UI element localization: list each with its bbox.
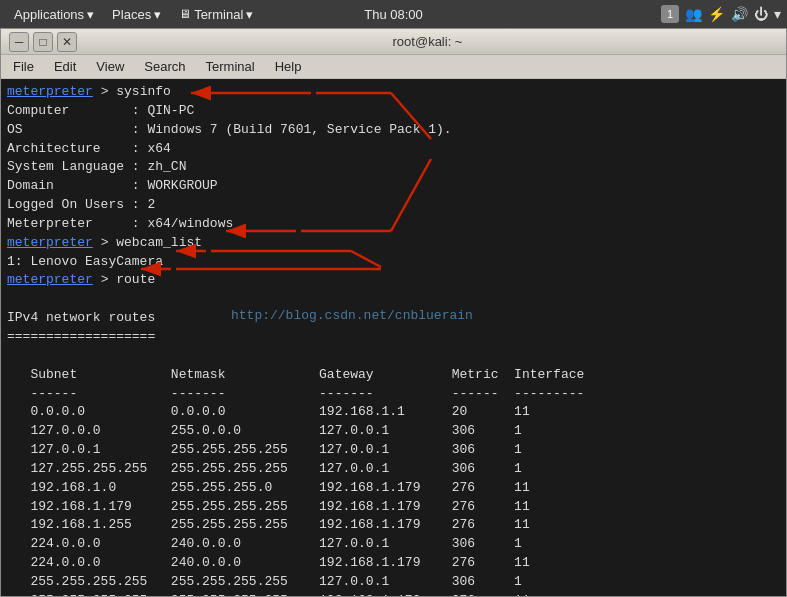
terminal-arrow: ▾	[246, 7, 253, 22]
places-label: Places	[112, 7, 151, 22]
meterp-line: Meterpreter : x64/windows	[7, 216, 233, 231]
menu-help[interactable]: Help	[267, 57, 310, 76]
col-headers: Subnet Netmask Gateway Metric Interface …	[7, 367, 584, 596]
loggedon-line: Logged On Users : 2	[7, 197, 155, 212]
close-button[interactable]: ✕	[57, 32, 77, 52]
power-arrow: ▾	[774, 6, 781, 22]
volume-icon: 🔊	[731, 6, 748, 22]
computer-line: Computer : QIN-PC	[7, 103, 194, 118]
prompt-1: meterpreter	[7, 84, 93, 99]
os-line: OS : Windows 7 (Build 7601, Service Pack…	[7, 122, 452, 137]
power-icon: ⏻	[754, 6, 768, 22]
window-title: root@kali: ~	[77, 34, 778, 49]
bluetooth-icon: ⚡	[708, 6, 725, 22]
menu-search[interactable]: Search	[136, 57, 193, 76]
system-topbar: Applications ▾ Places ▾ 🖥 Terminal ▾ Thu…	[0, 0, 787, 28]
terminal-window: ─ □ ✕ root@kali: ~ File Edit View Search…	[0, 28, 787, 597]
topbar-datetime: Thu 08:00	[364, 7, 423, 22]
applications-menu[interactable]: Applications ▾	[6, 5, 102, 24]
webcam-result: 1: Lenovo EasyCamera	[7, 254, 163, 269]
title-bar: ─ □ ✕ root@kali: ~	[1, 29, 786, 55]
places-menu[interactable]: Places ▾	[104, 5, 169, 24]
workspace-badge[interactable]: 1	[661, 5, 679, 23]
terminal-label: Terminal	[194, 7, 243, 22]
people-icon: 👥	[685, 6, 702, 22]
minimize-button[interactable]: ─	[9, 32, 29, 52]
maximize-button[interactable]: □	[33, 32, 53, 52]
menu-terminal[interactable]: Terminal	[198, 57, 263, 76]
domain-line: Domain : WORKGROUP	[7, 178, 218, 193]
terminal-output: meterpreter > sysinfo Computer : QIN-PC …	[7, 83, 780, 596]
places-arrow: ▾	[154, 7, 161, 22]
window-controls: ─ □ ✕	[9, 32, 77, 52]
arch-line: Architecture : x64	[7, 141, 171, 156]
terminal-menu[interactable]: 🖥 Terminal ▾	[171, 5, 261, 24]
syslan-line: System Language : zh_CN	[7, 159, 186, 174]
applications-arrow: ▾	[87, 7, 94, 22]
terminal-content[interactable]: meterpreter > sysinfo Computer : QIN-PC …	[1, 79, 786, 596]
ipv4-header: IPv4 network routes ===================	[7, 310, 155, 344]
terminal-content-wrapper: meterpreter > sysinfo Computer : QIN-PC …	[1, 79, 786, 596]
topbar-right: 1 👥 ⚡ 🔊 ⏻ ▾	[661, 5, 781, 23]
menu-file[interactable]: File	[5, 57, 42, 76]
prompt-2: meterpreter	[7, 235, 93, 250]
topbar-left: Applications ▾ Places ▾ 🖥 Terminal ▾	[6, 5, 261, 24]
applications-label: Applications	[14, 7, 84, 22]
terminal-icon-small: 🖥	[179, 7, 191, 21]
menu-edit[interactable]: Edit	[46, 57, 84, 76]
menu-view[interactable]: View	[88, 57, 132, 76]
menu-bar: File Edit View Search Terminal Help	[1, 55, 786, 79]
prompt-3: meterpreter	[7, 272, 93, 287]
